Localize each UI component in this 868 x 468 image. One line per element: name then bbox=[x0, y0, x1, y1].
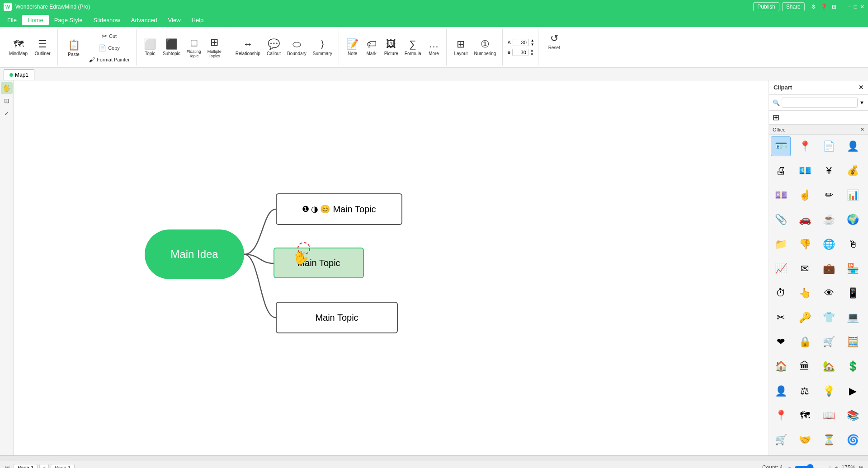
font-size-down[interactable]: ▼ bbox=[531, 42, 534, 47]
clipart-item-41[interactable]: ⚖ bbox=[795, 381, 815, 401]
clipart-item-42[interactable]: 💡 bbox=[819, 381, 839, 401]
clipart-item-49[interactable]: 🤝 bbox=[795, 430, 815, 450]
help-icon[interactable]: ❓ bbox=[821, 4, 827, 10]
maximize-button[interactable]: □ bbox=[854, 4, 857, 10]
multiple-topics-button[interactable]: ⊞ MultipleTopics bbox=[205, 35, 224, 60]
clipart-item-7[interactable]: 💰 bbox=[843, 161, 863, 181]
clipart-item-16[interactable]: 📁 bbox=[771, 234, 791, 254]
clipart-item-28[interactable]: ✂ bbox=[771, 308, 791, 328]
clipart-item-40[interactable]: 👤 bbox=[771, 381, 791, 401]
active-page-label[interactable]: Page-1 bbox=[51, 464, 75, 468]
clipart-item-32[interactable]: ❤ bbox=[771, 332, 791, 352]
clipart-item-4[interactable]: 🖨 bbox=[771, 161, 791, 181]
clipart-item-0[interactable]: 🪪 bbox=[771, 136, 791, 156]
clipart-item-25[interactable]: 👆 bbox=[795, 283, 815, 303]
line-size-down[interactable]: ▼ bbox=[530, 52, 534, 56]
clipart-item-3[interactable]: 👤 bbox=[843, 136, 863, 156]
clipart-item-20[interactable]: 📈 bbox=[771, 259, 791, 279]
clipart-item-12[interactable]: 📎 bbox=[771, 210, 791, 229]
menu-slideshow[interactable]: Slideshow bbox=[88, 15, 126, 25]
clipart-item-29[interactable]: 🔑 bbox=[795, 308, 815, 328]
note-button[interactable]: 📝 Note bbox=[344, 37, 362, 58]
reset-button[interactable]: ↺ Reset bbox=[543, 31, 566, 52]
clipart-item-15[interactable]: 🌍 bbox=[843, 210, 863, 229]
clipart-item-38[interactable]: 🏡 bbox=[819, 356, 839, 376]
main-idea-node[interactable]: Main Idea bbox=[145, 229, 244, 279]
topic-bot[interactable]: Main Topic bbox=[276, 302, 398, 333]
clipart-item-5[interactable]: 💶 bbox=[795, 161, 815, 181]
clipart-item-51[interactable]: 🌀 bbox=[843, 430, 863, 450]
clipart-item-44[interactable]: 📍 bbox=[771, 406, 791, 426]
line-size-up[interactable]: ▲ bbox=[530, 48, 534, 52]
share-button[interactable]: Share bbox=[782, 2, 805, 11]
topic-button[interactable]: ⬜ Topic bbox=[141, 37, 159, 58]
clipart-item-31[interactable]: 💻 bbox=[843, 308, 863, 328]
mark-button[interactable]: 🏷 Mark bbox=[363, 37, 381, 58]
font-size-input[interactable] bbox=[513, 39, 529, 46]
clipart-item-24[interactable]: ⏱ bbox=[771, 283, 791, 303]
clipart-item-10[interactable]: ✏ bbox=[819, 185, 839, 205]
fit-screen-button[interactable]: ⊞ bbox=[859, 464, 863, 468]
clipart-item-48[interactable]: 🛒 bbox=[771, 430, 791, 450]
clipart-item-6[interactable]: ¥ bbox=[819, 161, 839, 181]
clipart-item-13[interactable]: 🚗 bbox=[795, 210, 815, 229]
add-page-button[interactable]: + bbox=[39, 464, 48, 468]
clipart-item-22[interactable]: 💼 bbox=[819, 259, 839, 279]
clipart-item-43[interactable]: ▶ bbox=[843, 381, 863, 401]
close-button[interactable]: ✕ bbox=[860, 4, 864, 10]
topic-mid[interactable]: Main Topic bbox=[274, 248, 364, 278]
tab-map1[interactable]: Map1 bbox=[4, 69, 34, 80]
relationship-button[interactable]: ↔ Relationship bbox=[233, 37, 263, 58]
office-close-icon[interactable]: ✕ bbox=[860, 126, 864, 132]
menu-file[interactable]: File bbox=[2, 15, 22, 25]
zoom-in-button[interactable]: + bbox=[833, 464, 840, 468]
left-tool-hand[interactable]: 🖐 bbox=[1, 82, 13, 94]
grid-icon[interactable]: ⊞ bbox=[832, 4, 836, 10]
grid-view-icon[interactable]: ⊞ bbox=[773, 112, 779, 122]
clipart-item-21[interactable]: ✉ bbox=[795, 259, 815, 279]
canvas[interactable]: Main Idea ❶ ◑ 😊 Main Topic Main Topic Ma… bbox=[14, 80, 769, 455]
menu-view[interactable]: View bbox=[163, 15, 186, 25]
clipart-item-2[interactable]: 📄 bbox=[819, 136, 839, 156]
numbering-button[interactable]: ① Numbering bbox=[472, 37, 499, 58]
clipart-item-27[interactable]: 📱 bbox=[843, 283, 863, 303]
menu-help[interactable]: Help bbox=[186, 15, 209, 25]
grid-pages-icon[interactable]: ⊞ bbox=[5, 464, 10, 468]
topic-top[interactable]: ❶ ◑ 😊 Main Topic bbox=[276, 193, 402, 225]
line-size-input[interactable] bbox=[512, 49, 528, 56]
clipart-item-19[interactable]: 🖱 bbox=[843, 234, 863, 254]
left-tool-filter[interactable]: ⊡ bbox=[1, 95, 13, 107]
callout-button[interactable]: 💬 Callout bbox=[264, 37, 283, 58]
clipart-item-37[interactable]: 🏛 bbox=[795, 356, 815, 376]
cut-button[interactable]: ✂ Cut bbox=[86, 31, 132, 42]
clipart-item-39[interactable]: 💲 bbox=[843, 356, 863, 376]
page-1-tab[interactable]: Page-1 bbox=[14, 464, 38, 468]
clipart-item-26[interactable]: 👁 bbox=[819, 283, 839, 303]
outliner-button[interactable]: ☰ Outliner bbox=[31, 37, 54, 58]
formula-button[interactable]: ∑ Formula bbox=[402, 37, 424, 58]
clipart-close-button[interactable]: ✕ bbox=[859, 84, 863, 91]
clipart-item-50[interactable]: ⏳ bbox=[819, 430, 839, 450]
clipart-item-11[interactable]: 📊 bbox=[843, 185, 863, 205]
clipart-item-14[interactable]: ☕ bbox=[819, 210, 839, 229]
clipart-item-17[interactable]: 👎 bbox=[795, 234, 815, 254]
clipart-item-8[interactable]: 💷 bbox=[771, 185, 791, 205]
subtopic-button[interactable]: ⬛ Subtopic bbox=[160, 37, 183, 58]
clipart-item-36[interactable]: 🏠 bbox=[771, 356, 791, 376]
clipart-item-45[interactable]: 🗺 bbox=[795, 406, 815, 426]
clipart-item-18[interactable]: 🌐 bbox=[819, 234, 839, 254]
clipart-item-30[interactable]: 👕 bbox=[819, 308, 839, 328]
clipart-item-46[interactable]: 📖 bbox=[819, 406, 839, 426]
clipart-search-input[interactable] bbox=[782, 98, 858, 108]
clipart-item-9[interactable]: ☝ bbox=[795, 185, 815, 205]
zoom-out-button[interactable]: − bbox=[786, 464, 793, 468]
menu-page-style[interactable]: Page Style bbox=[49, 15, 88, 25]
mindmap-button[interactable]: 🗺 MindMap bbox=[6, 37, 30, 58]
search-dropdown-icon[interactable]: ▼ bbox=[859, 100, 864, 105]
h-scrollbar[interactable] bbox=[0, 455, 868, 461]
more-button[interactable]: … More bbox=[425, 37, 443, 58]
picture-button[interactable]: 🖼 Picture bbox=[382, 37, 401, 58]
clipart-item-35[interactable]: 🧮 bbox=[843, 332, 863, 352]
publish-button[interactable]: Publish bbox=[753, 2, 779, 11]
paste-button[interactable]: 📋 Paste bbox=[62, 37, 85, 59]
